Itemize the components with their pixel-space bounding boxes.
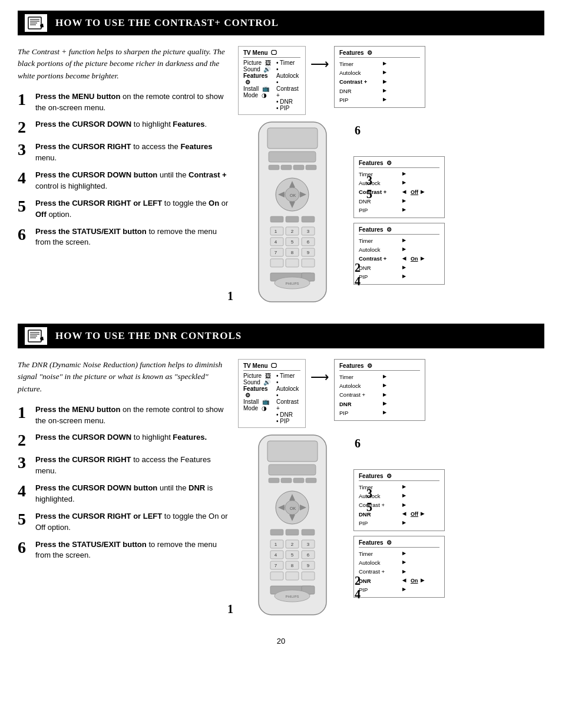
step-item: 3 Press the CURSOR RIGHT to access the F… [18, 454, 230, 477]
svg-text:7: 7 [275, 563, 277, 568]
fm-row-highlight: Contrast +▶ [339, 77, 420, 86]
section2-header: How to use the DNR Controls [18, 324, 544, 348]
fm-title: Features ⚙ [339, 363, 420, 371]
svg-text:3: 3 [307, 542, 310, 547]
step-label-6b: 6 [355, 437, 361, 450]
section1-title: How to use the Contrast+ Control [55, 17, 279, 29]
section2-body: The DNR (Dynamic Noise Reduction) functi… [18, 359, 544, 619]
step-number: 3 [18, 454, 31, 471]
fm-row: Autolock▶ [339, 68, 420, 77]
svg-rect-11 [293, 165, 304, 170]
fm-row: PIP▶ [339, 409, 420, 417]
section2-left: The DNR (Dynamic Noise Reduction) functi… [18, 359, 230, 619]
fm-row: Timer▶ [339, 60, 420, 68]
section2-icon-box [25, 327, 47, 345]
fm-row-highlight: DNR▶ [339, 400, 420, 409]
menu-left-col-2: Picture 🖼 Sound 🔊 Features ⚙ Install 📺 M… [243, 373, 273, 424]
step-text: Press the CURSOR DOWN to highlight Featu… [35, 119, 207, 130]
menu-option: • PIP [276, 418, 300, 424]
fm-row: DNR▶ [339, 87, 420, 95]
tv-menu-title: TV Menu 🖵 [243, 50, 300, 58]
step-text: Press the CURSOR RIGHT to access the Fea… [35, 454, 230, 477]
fm-row: Autolock▶ [359, 558, 439, 567]
step-item: 4 Press the CURSOR DOWN button until the… [18, 170, 230, 192]
step-number: 3 [18, 141, 31, 158]
svg-text:6: 6 [307, 552, 310, 558]
svg-text:3: 3 [307, 229, 310, 234]
tv-menu-title-2: TV Menu 🖵 [243, 363, 300, 371]
svg-text:OK: OK [290, 193, 296, 197]
svg-text:1: 1 [275, 229, 277, 234]
svg-text:PHILIPS: PHILIPS [285, 282, 299, 285]
menu-option: • Timer [276, 373, 300, 379]
step-number: 4 [18, 483, 31, 499]
step-text: Press the STATUS/EXIT button to remove t… [35, 226, 230, 249]
svg-text:4: 4 [275, 239, 277, 245]
fm-row: Autolock▶ [339, 381, 420, 390]
step-text: Press the CURSOR RIGHT to access the Fea… [35, 141, 230, 164]
svg-rect-43 [302, 259, 315, 267]
menu-option: • Contrast + [276, 392, 300, 411]
step-text: Press the CURSOR DOWN button until the D… [35, 483, 230, 505]
svg-text:OK: OK [290, 506, 296, 510]
step-text: Press the CURSOR DOWN to highlight Featu… [35, 432, 207, 443]
step-text: Press the CURSOR DOWN button until the C… [35, 170, 230, 192]
menu-item: Sound 🔊 [243, 66, 273, 73]
svg-rect-89 [270, 572, 283, 580]
fm-title: Features ⚙ [339, 50, 420, 58]
svg-text:5: 5 [291, 239, 294, 245]
section1-header: How to use the Contrast+ Control [18, 11, 544, 35]
section2-title: How to use the DNR Controls [55, 330, 242, 342]
svg-text:1: 1 [275, 542, 277, 547]
step-label-35b: 35 [366, 487, 372, 514]
remote-svg-1: OK 1 2 3 [238, 121, 347, 304]
svg-rect-9 [269, 165, 279, 170]
svg-rect-42 [286, 259, 299, 267]
fm-row: PIP▶ [359, 206, 439, 215]
features-menu-dnr-3: Features ⚙ Timer▶ Autolock▶ Contrast +▶ … [353, 536, 445, 598]
step-item: 3 Press the CURSOR RIGHT to access the F… [18, 141, 230, 164]
menu-item: Picture 🖼 [243, 60, 273, 66]
section1-left: The Contrast + function helps to sharpen… [18, 46, 230, 306]
step-number: 6 [18, 226, 31, 243]
step-label-24b: 24 [355, 574, 361, 601]
section1-body: The Contrast + function helps to sharpen… [18, 46, 544, 306]
svg-text:8: 8 [291, 563, 294, 568]
section1: How to use the Contrast+ Control The Con… [18, 11, 544, 306]
fm-row: Contrast +▶ [359, 567, 439, 576]
step-item: 5 Press the CURSOR RIGHT or LEFT to togg… [18, 511, 230, 533]
svg-text:PHILIPS: PHILIPS [285, 595, 299, 598]
arrow-right-1: ⟶ [310, 57, 329, 72]
menu-right-col: • Timer • Autolock • Contrast + • DNR • … [276, 60, 300, 111]
remote-container-1: 6 35 24 1 [238, 121, 350, 306]
section2-intro: The DNR (Dynamic Noise Reduction) functi… [18, 359, 230, 395]
menu-option: • Contrast + [276, 79, 300, 98]
menu-item: Install 📺 [243, 398, 273, 405]
menu-item: Mode ◑ [243, 405, 273, 411]
fm-row: PIP▶ [359, 519, 439, 528]
svg-rect-55 [267, 441, 318, 462]
step-label-35: 35 [366, 174, 372, 201]
fm-row: Timer▶ [359, 549, 439, 558]
svg-rect-58 [281, 478, 292, 483]
svg-text:5: 5 [291, 552, 294, 558]
section1-tv-menu: TV Menu 🖵 Picture 🖼 Sound 🔊 Features ⚙ I… [238, 46, 306, 115]
step-number: 4 [18, 170, 31, 186]
fm-title: Features ⚙ [359, 539, 439, 548]
step-label-1b: 1 [227, 602, 233, 616]
svg-rect-68 [270, 529, 283, 535]
svg-rect-20 [270, 216, 283, 222]
fm-title: Features ⚙ [359, 226, 439, 235]
remote-svg-2: OK 1 2 3 [238, 434, 347, 617]
step-text: Press the CURSOR RIGHT or LEFT to toggle… [35, 198, 230, 220]
step-number: 5 [18, 198, 31, 215]
step-number: 2 [18, 432, 31, 449]
step-item: 1 Press the MENU button on the remote co… [18, 404, 230, 427]
menu-option: • Timer [276, 60, 300, 66]
svg-rect-60 [306, 478, 316, 483]
fm-row: Timer▶ [339, 373, 420, 381]
section2-tv-menu: TV Menu 🖵 Picture 🖼 Sound 🔊 Features ⚙ I… [238, 359, 306, 428]
step-number: 1 [18, 91, 31, 108]
fm-row: DNR▶ [359, 263, 439, 272]
svg-rect-57 [269, 478, 279, 483]
